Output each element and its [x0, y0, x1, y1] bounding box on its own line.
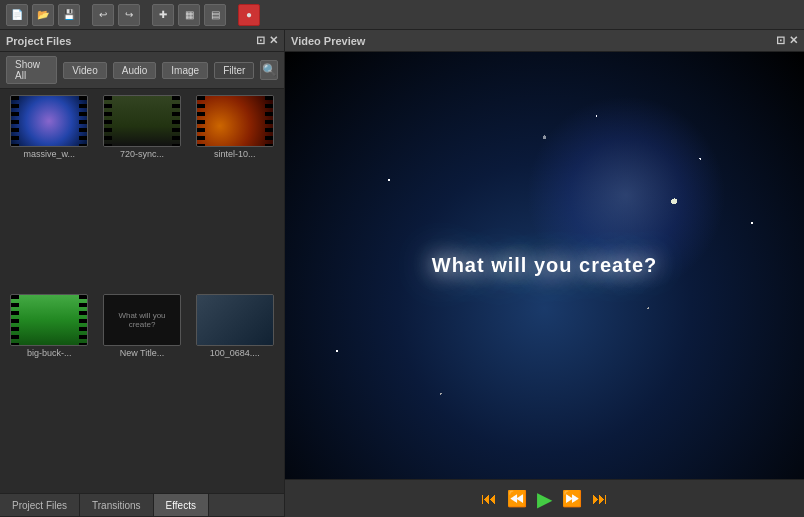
- project-files-icons: ⊡ ✕: [256, 34, 278, 47]
- video-preview-header: Video Preview ⊡ ✕: [285, 30, 804, 52]
- export-button[interactable]: ▤: [204, 4, 226, 26]
- close-icon[interactable]: ✕: [269, 34, 278, 47]
- right-panel: Video Preview ⊡ ✕ What will you create? …: [285, 30, 804, 517]
- filter-row: Show All Video Audio Image Filter 🔍: [0, 52, 284, 89]
- thumbnail-100: [196, 294, 274, 346]
- timeline-button[interactable]: ▦: [178, 4, 200, 26]
- project-files-title: Project Files: [6, 35, 71, 47]
- forward-button[interactable]: ⏩: [562, 489, 582, 508]
- close-video-icon[interactable]: ✕: [789, 34, 798, 47]
- filter-label: Filter: [214, 62, 254, 79]
- thumbnail-massive: [10, 95, 88, 147]
- tab-project-files[interactable]: Project Files: [0, 494, 80, 516]
- thumb-label-sintel: sintel-10...: [214, 149, 256, 159]
- list-item[interactable]: sintel-10...: [191, 95, 278, 288]
- rewind-button[interactable]: ⏪: [507, 489, 527, 508]
- forward-end-button[interactable]: ⏭: [592, 490, 608, 508]
- thumbnail-bigbuck: [10, 294, 88, 346]
- thumbnail-sintel: [196, 95, 274, 147]
- thumbnail-720sync: [103, 95, 181, 147]
- new-button[interactable]: 📄: [6, 4, 28, 26]
- save-button[interactable]: 💾: [58, 4, 80, 26]
- project-files-header: Project Files ⊡ ✕: [0, 30, 284, 52]
- left-panel: Project Files ⊡ ✕ Show All Video Audio I…: [0, 30, 285, 517]
- image-filter-button[interactable]: Image: [162, 62, 208, 79]
- thumb-label-massive: massive_w...: [24, 149, 76, 159]
- video-preview-title: Video Preview: [291, 35, 365, 47]
- play-button[interactable]: ▶: [537, 487, 552, 511]
- panel-tabs: Project Files Transitions Effects: [0, 493, 284, 517]
- video-overlay-text: What will you create?: [432, 254, 657, 277]
- redo-button[interactable]: ↪: [118, 4, 140, 26]
- list-item[interactable]: massive_w...: [6, 95, 93, 288]
- playback-controls: ⏮ ⏪ ▶ ⏩ ⏭: [285, 479, 804, 517]
- show-all-button[interactable]: Show All: [6, 56, 57, 84]
- list-item[interactable]: 720-sync...: [99, 95, 186, 288]
- video-area: What will you create?: [285, 52, 804, 479]
- tab-transitions[interactable]: Transitions: [80, 494, 154, 516]
- rewind-start-button[interactable]: ⏮: [481, 490, 497, 508]
- thumbnail-title: What will you create?: [103, 294, 181, 346]
- video-preview-icons: ⊡ ✕: [776, 34, 798, 47]
- video-frame: What will you create?: [285, 52, 804, 479]
- thumb-label-100: 100_0684....: [210, 348, 260, 358]
- audio-filter-button[interactable]: Audio: [113, 62, 157, 79]
- main-toolbar: 📄 📂 💾 ↩ ↪ ✚ ▦ ▤ ●: [0, 0, 804, 30]
- list-item[interactable]: big-buck-...: [6, 294, 93, 487]
- open-button[interactable]: 📂: [32, 4, 54, 26]
- tab-effects[interactable]: Effects: [154, 494, 209, 516]
- thumb-label-title: New Title...: [120, 348, 165, 358]
- record-button[interactable]: ●: [238, 4, 260, 26]
- add-button[interactable]: ✚: [152, 4, 174, 26]
- thumb-label-720sync: 720-sync...: [120, 149, 164, 159]
- video-filter-button[interactable]: Video: [63, 62, 106, 79]
- thumbnails-grid: massive_w... 720-sync... sintel-10... bi: [0, 89, 284, 493]
- maximize-video-icon[interactable]: ⊡: [776, 34, 785, 47]
- undo-button[interactable]: ↩: [92, 4, 114, 26]
- main-area: Project Files ⊡ ✕ Show All Video Audio I…: [0, 30, 804, 517]
- maximize-icon[interactable]: ⊡: [256, 34, 265, 47]
- filter-clear-button[interactable]: 🔍: [260, 60, 278, 80]
- thumb-label-bigbuck: big-buck-...: [27, 348, 72, 358]
- title-preview-text: What will you create?: [104, 295, 180, 345]
- list-item[interactable]: What will you create? New Title...: [99, 294, 186, 487]
- list-item[interactable]: 100_0684....: [191, 294, 278, 487]
